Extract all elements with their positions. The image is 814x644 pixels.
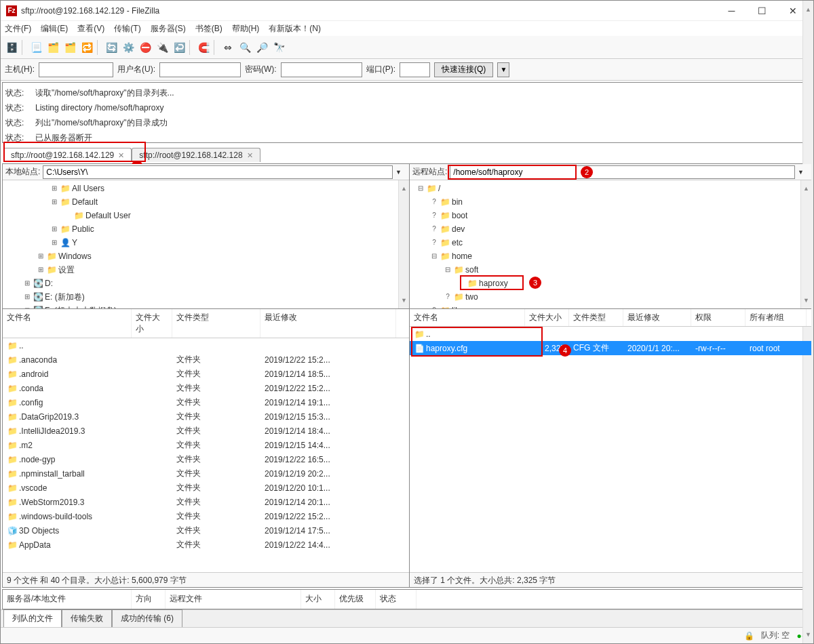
tree-item[interactable]: ⊞💽F: (超大大大数据盘) (3, 304, 409, 309)
column-header[interactable]: 所有者/组 (745, 309, 807, 326)
column-header[interactable]: 优先级 (335, 590, 376, 609)
site-manager-icon[interactable]: 🗄️ (3, 39, 20, 56)
list-item[interactable]: 📁.DataGrip2019.3文件夹2019/12/15 15:3... (3, 409, 409, 424)
column-header[interactable]: 权限 (691, 309, 745, 326)
local-path-input[interactable] (43, 165, 393, 179)
process-queue-icon[interactable]: ⚙️ (120, 39, 136, 56)
menu-item[interactable]: 查看(V) (77, 23, 104, 35)
scrollbar[interactable] (802, 82, 812, 143)
list-item[interactable]: 📁.. (410, 327, 811, 341)
cancel-icon[interactable]: ⛔ (137, 39, 153, 56)
user-input[interactable] (159, 62, 241, 77)
scrollbar[interactable] (398, 180, 409, 308)
host-input[interactable] (39, 62, 113, 77)
tree-item[interactable]: ?📁etc (410, 236, 811, 249)
list-item[interactable]: 📄haproxy.cfg2,325CFG 文件2020/1/1 20:...-r… (410, 341, 811, 355)
column-header[interactable]: 文件类型 (569, 309, 623, 326)
toggle-queue-icon[interactable]: 🔁 (79, 39, 95, 56)
remote-path-input[interactable] (450, 165, 795, 179)
tree-item[interactable]: ⊟📁/ (410, 182, 811, 195)
column-header[interactable]: 状态 (376, 590, 416, 609)
column-header[interactable]: 文件大小 (132, 309, 172, 338)
filter-icon[interactable]: 🧲 (195, 39, 212, 56)
pass-input[interactable] (281, 62, 362, 77)
tree-item[interactable]: ?📁lib (410, 304, 811, 309)
tree-item[interactable]: ⊟📁home (410, 249, 811, 263)
tree-item[interactable]: ⊞📁Public (3, 222, 409, 236)
list-item[interactable]: 📁.m2文件夹2019/12/15 14:4... (3, 438, 409, 452)
toggle-remote-tree-icon[interactable]: 🗂️ (62, 39, 78, 56)
close-tab-icon[interactable]: ✕ (118, 151, 124, 160)
column-header[interactable]: 文件大小 (525, 309, 569, 326)
menu-item[interactable]: 编辑(E) (41, 23, 68, 35)
remote-file-list[interactable]: 文件名文件大小文件类型最近修改权限所有者/组 📁..📄haproxy.cfg2,… (410, 309, 811, 572)
menu-item[interactable]: 书签(B) (195, 23, 222, 35)
sync-browse-icon[interactable]: 🔍 (237, 39, 253, 56)
queue-tab[interactable]: 传输失败 (62, 609, 112, 628)
list-item[interactable]: 📁.node-gyp文件夹2019/12/22 16:5... (3, 452, 409, 466)
tree-item[interactable]: ?📁dev (410, 222, 811, 236)
column-header[interactable]: 远程文件 (166, 590, 301, 609)
menu-item[interactable]: 有新版本！(N) (269, 23, 321, 35)
close-tab-icon[interactable]: ✕ (247, 151, 253, 160)
tree-item[interactable]: ⊞📁Windows (3, 249, 409, 263)
list-item[interactable]: 📁.WebStorm2019.3文件夹2019/12/14 20:1... (3, 495, 409, 509)
menu-item[interactable]: 传输(T) (114, 23, 140, 35)
list-item[interactable]: 🧊3D Objects文件夹2019/12/14 17:5... (3, 523, 409, 538)
refresh-icon[interactable]: 🔄 (103, 39, 119, 56)
column-header[interactable]: 最近修改 (623, 309, 691, 326)
toggle-local-tree-icon[interactable]: 🗂️ (45, 39, 61, 56)
reconnect-icon[interactable]: ↩️ (171, 39, 187, 56)
column-header[interactable]: 文件类型 (172, 309, 260, 338)
transfer-queue[interactable]: 服务器/本地文件方向远程文件大小优先级状态 (2, 589, 812, 609)
column-header[interactable]: 服务器/本地文件 (3, 590, 132, 609)
list-item[interactable]: 📁.IntelliJIdea2019.3文件夹2019/12/14 18:4..… (3, 424, 409, 438)
maximize-button[interactable]: ☐ (747, 1, 777, 20)
queue-tab[interactable]: 成功的传输 (6) (112, 609, 182, 628)
column-header[interactable]: 最近修改 (260, 309, 396, 338)
tree-item[interactable]: ?📁two (410, 290, 811, 304)
tree-item[interactable]: ?📁boot (410, 209, 811, 222)
tree-item[interactable]: ⊞👤Y (3, 236, 409, 249)
minimize-button[interactable]: ─ (716, 1, 747, 20)
list-item[interactable]: 📁.npminstall_tarball文件夹2019/12/19 20:2..… (3, 466, 409, 481)
column-header[interactable]: 文件名 (3, 309, 132, 338)
column-header[interactable]: 大小 (301, 590, 335, 609)
list-item[interactable]: 📁.anaconda文件夹2019/12/22 15:2... (3, 353, 409, 367)
toggle-log-icon[interactable]: 📃 (28, 39, 44, 56)
binoculars-icon[interactable]: 🔭 (271, 39, 287, 56)
remote-path-dropdown[interactable]: ▼ (798, 169, 809, 176)
column-header[interactable]: 方向 (132, 590, 166, 609)
list-item[interactable]: 📁.conda文件夹2019/12/22 15:2... (3, 381, 409, 395)
port-input[interactable] (400, 62, 430, 77)
tree-item[interactable]: ⊞📁设置 (3, 263, 409, 277)
list-item[interactable]: 📁.android文件夹2019/12/14 18:5... (3, 367, 409, 381)
tree-item[interactable]: ⊞💽E: (新加卷) (3, 290, 409, 304)
menu-item[interactable]: 文件(F) (5, 23, 31, 35)
list-item[interactable]: 📁.vscode文件夹2019/12/20 10:1... (3, 481, 409, 495)
local-path-dropdown[interactable]: ▼ (395, 169, 406, 176)
connection-tab[interactable]: sftp://root@192.168.142.128✕ (132, 148, 260, 162)
tree-item[interactable]: ⊟📁soft (410, 263, 811, 277)
tree-item[interactable]: ⊞📁Default (3, 195, 409, 209)
column-header[interactable]: 文件名 (410, 309, 525, 326)
tree-item[interactable]: 📁haproxy (410, 277, 811, 290)
tree-item[interactable]: ⊞📁All Users (3, 182, 409, 195)
message-log[interactable]: 状态:读取"/home/soft/haproxy"的目录列表...状态:List… (2, 82, 812, 143)
search-icon[interactable]: 🔎 (254, 39, 270, 56)
scrollbar[interactable] (800, 180, 811, 308)
list-item[interactable]: 📁.windows-build-tools文件夹2019/12/22 15:2.… (3, 509, 409, 523)
quickconnect-history-button[interactable]: ▼ (497, 62, 509, 77)
quickconnect-button[interactable]: 快速连接(Q) (434, 62, 493, 77)
list-item[interactable]: 📁AppData文件夹2019/12/22 14:4... (3, 538, 409, 552)
compare-icon[interactable]: ⇔ (220, 39, 236, 56)
tree-item[interactable]: 📁Default User (3, 209, 409, 222)
list-item[interactable]: 📁.. (3, 338, 409, 353)
tree-item[interactable]: ⊞💽D: (3, 277, 409, 290)
connection-tab[interactable]: sftp://root@192.168.142.129✕ (3, 148, 132, 162)
tree-item[interactable]: ?📁bin (410, 195, 811, 209)
local-tree[interactable]: ⊞📁All Users⊞📁Default📁Default User⊞📁Publi… (3, 180, 409, 309)
menu-item[interactable]: 服务器(S) (151, 23, 186, 35)
local-file-list[interactable]: 文件名文件大小文件类型最近修改 📁..📁.anaconda文件夹2019/12/… (3, 309, 409, 572)
list-item[interactable]: 📁.config文件夹2019/12/14 19:1... (3, 395, 409, 409)
